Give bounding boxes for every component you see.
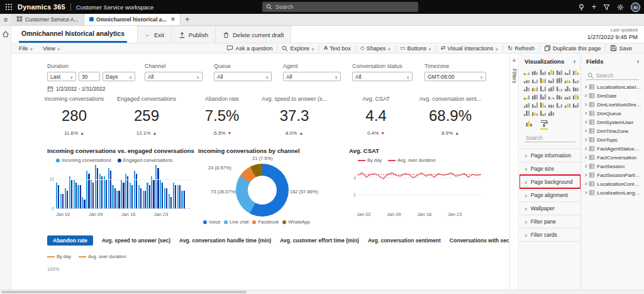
bar-incoming[interactable] xyxy=(143,191,144,208)
bar-engaged[interactable] xyxy=(92,183,94,208)
metric-tab-abandon-rate[interactable]: Abandon rate xyxy=(47,235,93,246)
bar-engaged[interactable] xyxy=(80,185,81,208)
bar-engaged[interactable] xyxy=(84,200,85,208)
visual-ribbon-chart[interactable] xyxy=(556,77,563,84)
bar-engaged[interactable] xyxy=(114,188,116,208)
chart-conversations-by-channel[interactable]: Incoming conversations by channel 162 (5… xyxy=(198,147,344,230)
metric-tab-conversations-with-secondary-channel[interactable]: Conversations with secondary channel xyxy=(450,237,509,244)
visual-clustered-bar-chart[interactable] xyxy=(540,69,547,76)
bar-incoming[interactable] xyxy=(99,174,101,208)
visual-python-visual[interactable] xyxy=(540,101,547,108)
bar-engaged[interactable] xyxy=(88,174,89,208)
visual-multi-row-card[interactable] xyxy=(548,93,555,100)
report-page-tab[interactable]: Omnichannel historical analytics xyxy=(19,26,127,43)
hamburger-icon[interactable]: ≡ xyxy=(0,14,11,25)
lightbulb-icon[interactable] xyxy=(578,4,585,11)
visual-stacked-bar-chart[interactable] xyxy=(523,69,530,76)
bar-engaged[interactable] xyxy=(127,176,128,208)
visual-pie-chart[interactable] xyxy=(531,85,538,92)
bar-incoming[interactable] xyxy=(95,165,96,208)
visual-arcgis-map[interactable] xyxy=(531,110,538,116)
kpi-avg-speed-to-answer-s[interactable]: Avg. speed to answer (s...37.38.0%▲ xyxy=(257,96,332,136)
bar-engaged[interactable] xyxy=(131,185,133,208)
visual-r-script-visual[interactable] xyxy=(531,101,538,108)
exit-button[interactable]: ← Exit xyxy=(137,26,172,43)
field-dimtimezone[interactable]: ›DimTimeZone xyxy=(581,127,644,135)
bar-incoming[interactable] xyxy=(160,179,161,208)
bar-incoming[interactable] xyxy=(116,191,118,208)
conversation-status-select[interactable]: All ∨ xyxy=(352,72,413,81)
visual-100-stacked-column-chart[interactable] xyxy=(564,69,571,76)
waffle-icon[interactable] xyxy=(5,3,13,11)
bar-incoming[interactable] xyxy=(151,176,152,208)
field-dimtopic[interactable]: ›DimTopic xyxy=(581,135,644,144)
visual-power-apps[interactable] xyxy=(540,110,547,116)
bar-incoming[interactable] xyxy=(77,185,79,208)
tool-buttons[interactable]: ▭Buttons∨ xyxy=(395,45,436,52)
visual-card[interactable] xyxy=(540,93,547,100)
format-section-page-information[interactable]: ∨Page information xyxy=(519,149,580,162)
format-section-wallpaper[interactable]: ∨Wallpaper xyxy=(519,201,580,215)
bar-incoming[interactable] xyxy=(56,183,57,208)
visual-smart-narrative[interactable] xyxy=(572,101,579,108)
bar-incoming[interactable] xyxy=(125,174,126,208)
bar-incoming[interactable] xyxy=(173,183,174,208)
bar-incoming[interactable] xyxy=(181,191,182,208)
visual-shape-map[interactable] xyxy=(572,85,579,92)
bar-engaged[interactable] xyxy=(140,188,142,208)
bar-engaged[interactable] xyxy=(101,176,103,208)
bar-engaged[interactable] xyxy=(71,179,72,208)
kpi-incoming-conversations[interactable]: Incoming conversations28011.6%▲ xyxy=(36,96,112,136)
close-tab-icon[interactable]: × xyxy=(171,16,175,23)
bar-incoming[interactable] xyxy=(104,176,105,208)
visual-gauge[interactable] xyxy=(531,93,538,100)
app-name[interactable]: Customer Service workspace xyxy=(76,4,154,11)
kpi-avg-conversation-sent[interactable]: Avg. conversation sent...68.9%8.9%▲ xyxy=(413,96,488,136)
avatar[interactable]: au xyxy=(631,3,640,12)
settings-icon[interactable] xyxy=(617,4,624,11)
visual-matrix[interactable] xyxy=(523,101,530,108)
bar-incoming[interactable] xyxy=(69,176,70,208)
chart-incoming-vs-engaged[interactable]: Incoming conversations vs. engaged conve… xyxy=(47,147,193,230)
visual-slicer[interactable] xyxy=(564,93,571,100)
bar-incoming[interactable] xyxy=(169,194,170,208)
visual-line-and-clustered-column-chart[interactable] xyxy=(548,77,555,84)
field-factconversation[interactable]: ›FactConversation xyxy=(581,153,644,162)
visual-line-and-stacked-column-chart[interactable] xyxy=(540,77,547,84)
bar-engaged[interactable] xyxy=(136,174,137,208)
bar-incoming[interactable] xyxy=(82,197,83,208)
visual-clustered-column-chart[interactable] xyxy=(548,69,555,76)
bar-engaged[interactable] xyxy=(153,179,154,208)
bar-engaged[interactable] xyxy=(166,188,167,208)
field-dimqueue[interactable]: ›DimQueue xyxy=(581,109,644,118)
home-icon[interactable] xyxy=(2,30,9,39)
file-menu[interactable]: File ∨ xyxy=(19,45,33,52)
format-section-page-size[interactable]: ∨Page size xyxy=(519,162,580,175)
visual-100-stacked-bar-chart[interactable] xyxy=(556,69,563,76)
visual-map[interactable] xyxy=(556,85,563,92)
timezone-select[interactable]: GMT-08:00 ∨ xyxy=(425,72,486,81)
bar-incoming[interactable] xyxy=(60,194,62,208)
field-dimliveworkstream[interactable]: ›DimLiveWorkStream xyxy=(581,100,644,109)
kpi-engaged-conversations[interactable]: Engaged conversations25912.1%▲ xyxy=(109,96,184,136)
visual-line-chart[interactable] xyxy=(572,69,579,76)
tool-text-box[interactable]: AText box xyxy=(319,45,355,52)
visual-scatter-chart[interactable] xyxy=(523,85,530,92)
bar-incoming[interactable] xyxy=(155,165,157,208)
metric-tab-avg-conversation-sentiment[interactable]: Avg. conversation sentiment xyxy=(368,237,441,244)
visual-area-chart[interactable] xyxy=(523,77,530,84)
tool-save[interactable]: Save xyxy=(605,45,636,52)
bar-incoming[interactable] xyxy=(74,179,75,208)
field-factagentstatushistory[interactable]: ›FactAgentStatusHistory xyxy=(581,144,644,153)
horizontal-scrollbar-thumb[interactable] xyxy=(1,291,247,293)
bar-engaged[interactable] xyxy=(184,191,185,208)
visual-treemap[interactable] xyxy=(548,85,555,92)
field-localizationlabellist[interactable]: ›LocalizationLabelList xyxy=(581,82,644,91)
visual-key-influencers[interactable] xyxy=(548,101,555,108)
tool-visual-interactions[interactable]: ⇄Visual interactions∨ xyxy=(436,45,502,52)
expand-filters-icon[interactable]: « xyxy=(513,57,516,64)
visual-filled-map[interactable] xyxy=(564,85,571,92)
field-localizationlanguagel[interactable]: ›LocalizationLanguageL... xyxy=(581,188,644,197)
format-section-filter-pane[interactable]: ∨Filter pane xyxy=(519,215,580,228)
bar-engaged[interactable] xyxy=(62,194,64,208)
